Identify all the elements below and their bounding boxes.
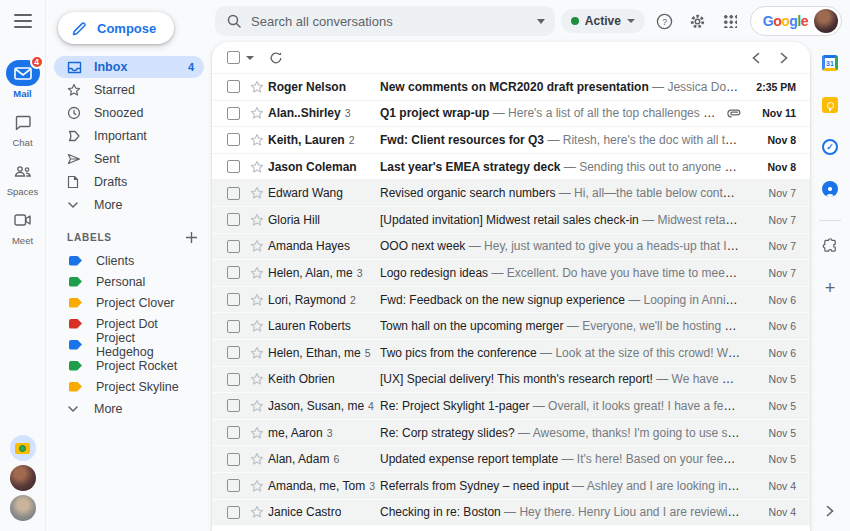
row-checkbox[interactable] [227, 373, 240, 386]
label-name: Project Rocket [96, 359, 177, 373]
star-toggle[interactable] [250, 160, 264, 174]
tasks-button[interactable]: ✓ [819, 136, 841, 158]
star-toggle[interactable] [250, 399, 264, 413]
keep-button[interactable] [819, 94, 841, 116]
email-row[interactable]: Janice Castro Checking in re: Boston — H… [212, 500, 810, 527]
contacts-button[interactable] [819, 178, 841, 200]
row-checkbox[interactable] [227, 346, 240, 359]
email-row[interactable]: Jason Coleman Last year's EMEA strategy … [212, 154, 810, 181]
help-button[interactable]: ? [651, 7, 678, 35]
email-row[interactable]: Alan, Adam 6 Updated expense report temp… [212, 446, 810, 473]
row-checkbox[interactable] [227, 266, 240, 279]
row-checkbox[interactable] [227, 213, 240, 226]
apps-button[interactable] [717, 7, 744, 35]
star-toggle[interactable] [250, 266, 264, 280]
avatar-contact-2[interactable] [10, 495, 36, 521]
search-bar[interactable] [215, 6, 555, 36]
labels-more[interactable]: More [54, 398, 204, 420]
avatar-camera[interactable] [10, 435, 36, 461]
row-checkbox[interactable] [227, 160, 240, 173]
star-toggle[interactable] [250, 106, 264, 120]
rail-item-mail[interactable]: 4 Mail [6, 60, 40, 99]
row-checkbox[interactable] [227, 453, 240, 466]
sidebar-label-item[interactable]: Project Skyline [54, 376, 204, 397]
add-label-button[interactable] [185, 231, 198, 244]
avatar-contact-1[interactable] [10, 465, 36, 491]
rail-item-meet[interactable]: Meet [6, 207, 40, 246]
account-chip[interactable]: Google [750, 6, 842, 36]
email-row[interactable]: Amanda, me, Tom 3 Referrals from Sydney … [212, 473, 810, 500]
star-toggle[interactable] [250, 346, 264, 360]
sidebar-item-starred[interactable]: Starred [54, 79, 204, 101]
chat-icon [6, 109, 40, 135]
rail-item-spaces[interactable]: Spaces [6, 158, 40, 197]
label-name: Project Clover [96, 296, 175, 310]
row-checkbox[interactable] [227, 399, 240, 412]
row-checkbox[interactable] [227, 320, 240, 333]
main-menu-button[interactable] [0, 0, 46, 42]
email-row[interactable]: Keith, Lauren 2 Fwd: Client resources fo… [212, 127, 810, 154]
star-toggle[interactable] [250, 133, 264, 147]
newer-page-button[interactable] [744, 46, 768, 70]
search-options-caret-icon[interactable] [537, 19, 545, 24]
email-row[interactable]: Keith Obrien [UX] Special delivery! This… [212, 367, 810, 394]
sidebar-label-item[interactable]: Personal [54, 271, 204, 292]
sidebar-item-more[interactable]: More [54, 194, 204, 216]
star-toggle[interactable] [250, 319, 264, 333]
email-row[interactable]: Helen, Ethan, me 5 Two pics from the con… [212, 340, 810, 367]
sidebar-item-important[interactable]: Important [54, 125, 204, 147]
star-toggle[interactable] [250, 479, 264, 493]
email-row[interactable]: Amanda Hayes OOO next week — Hey, just w… [212, 234, 810, 261]
row-checkbox[interactable] [227, 187, 240, 200]
refresh-button[interactable] [264, 46, 288, 70]
sidebar-item-drafts[interactable]: Drafts [54, 171, 204, 193]
star-toggle[interactable] [250, 186, 264, 200]
status-selector[interactable]: Active [561, 9, 645, 33]
email-row[interactable]: Lori, Raymond 2 Fwd: Feedback on the new… [212, 287, 810, 314]
sidebar-item-sent[interactable]: Sent [54, 148, 204, 170]
email-row[interactable]: Alan..Shirley 3 Q1 project wrap-up — Her… [212, 101, 810, 128]
row-checkbox[interactable] [227, 80, 240, 93]
email-row[interactable]: Roger Nelson New comments on MCR2020 dra… [212, 74, 810, 101]
search-input[interactable] [251, 14, 527, 29]
sidebar-label-item[interactable]: Project Clover [54, 292, 204, 313]
older-page-button[interactable] [772, 46, 796, 70]
sidebar-label-item[interactable]: Project Hedgehog [54, 334, 204, 355]
select-all-checkbox[interactable] [227, 51, 240, 64]
calendar-button[interactable]: 31 [819, 52, 841, 74]
row-checkbox[interactable] [227, 107, 240, 120]
row-checkbox[interactable] [227, 426, 240, 439]
row-checkbox[interactable] [227, 506, 240, 519]
star-toggle[interactable] [250, 426, 264, 440]
row-checkbox[interactable] [227, 133, 240, 146]
star-toggle[interactable] [250, 80, 264, 94]
email-row[interactable]: Lauren Roberts Town hall on the upcoming… [212, 313, 810, 340]
email-row[interactable]: Gloria Hill [Updated invitation] Midwest… [212, 207, 810, 234]
sidebar: Compose Inbox 4 Starred Snoozed Importan… [46, 0, 212, 531]
user-avatar[interactable] [814, 9, 838, 33]
select-caret-icon[interactable] [246, 56, 254, 60]
sidebar-label-item[interactable]: Clients [54, 250, 204, 271]
star-toggle[interactable] [250, 452, 264, 466]
rail-item-chat[interactable]: Chat [6, 109, 40, 148]
row-checkbox[interactable] [227, 479, 240, 492]
email-row[interactable]: Helen, Alan, me 3 Logo redesign ideas — … [212, 260, 810, 287]
collapse-panel-button[interactable] [825, 505, 835, 517]
email-row[interactable]: Jason, Susan, me 4 Re: Project Skylight … [212, 393, 810, 420]
row-checkbox[interactable] [227, 240, 240, 253]
star-toggle[interactable] [250, 293, 264, 307]
star-toggle[interactable] [250, 505, 264, 519]
star-toggle[interactable] [250, 372, 264, 386]
add-panel-app-button[interactable]: + [819, 277, 841, 299]
email-row[interactable]: me, Aaron 3 Re: Corp strategy slides? — … [212, 420, 810, 447]
star-toggle[interactable] [250, 239, 264, 253]
sidebar-item-inbox[interactable]: Inbox 4 [54, 56, 204, 78]
star-toggle[interactable] [250, 213, 264, 227]
compose-button[interactable]: Compose [58, 12, 174, 44]
row-checkbox[interactable] [227, 293, 240, 306]
sidebar-item-snoozed[interactable]: Snoozed [54, 102, 204, 124]
email-row[interactable]: Edward Wang Revised organic search numbe… [212, 180, 810, 207]
sender-cell: Lauren Roberts [268, 319, 380, 333]
settings-button[interactable] [684, 7, 711, 35]
addons-button[interactable] [819, 235, 841, 257]
